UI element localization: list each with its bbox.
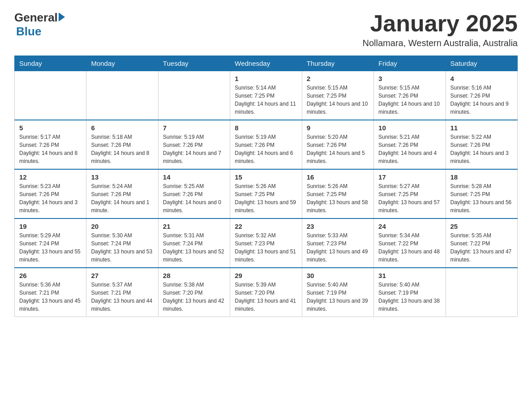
week-row-3: 12Sunrise: 5:23 AMSunset: 7:26 PMDayligh…: [15, 169, 518, 218]
calendar-cell: 31Sunrise: 5:40 AMSunset: 7:19 PMDayligh…: [374, 268, 446, 317]
calendar-subtitle: Nollamara, Western Australia, Australia: [363, 38, 518, 48]
day-number: 9: [307, 124, 369, 132]
calendar-cell: 27Sunrise: 5:37 AMSunset: 7:21 PMDayligh…: [86, 268, 158, 317]
week-row-5: 26Sunrise: 5:36 AMSunset: 7:21 PMDayligh…: [15, 268, 518, 317]
day-number: 17: [378, 173, 441, 181]
day-info: Sunrise: 5:16 AMSunset: 7:26 PMDaylight:…: [450, 84, 513, 116]
day-number: 21: [163, 223, 225, 230]
day-number: 13: [91, 173, 153, 181]
col-header-friday: Friday: [374, 56, 446, 71]
calendar-cell: [86, 71, 158, 120]
day-info: Sunrise: 5:15 AMSunset: 7:26 PMDaylight:…: [378, 84, 441, 116]
calendar-cell: [158, 71, 230, 120]
calendar-cell: 11Sunrise: 5:22 AMSunset: 7:26 PMDayligh…: [446, 120, 517, 169]
day-info: Sunrise: 5:28 AMSunset: 7:25 PMDaylight:…: [450, 182, 513, 214]
col-header-thursday: Thursday: [302, 56, 373, 71]
day-number: 7: [163, 124, 225, 132]
calendar-cell: 22Sunrise: 5:32 AMSunset: 7:23 PMDayligh…: [230, 218, 302, 268]
day-info: Sunrise: 5:30 AMSunset: 7:24 PMDaylight:…: [91, 231, 153, 264]
col-header-saturday: Saturday: [446, 56, 517, 71]
calendar-cell: 15Sunrise: 5:26 AMSunset: 7:25 PMDayligh…: [230, 169, 302, 218]
calendar-cell: 29Sunrise: 5:39 AMSunset: 7:20 PMDayligh…: [230, 268, 302, 317]
calendar-cell: 23Sunrise: 5:33 AMSunset: 7:23 PMDayligh…: [302, 218, 373, 268]
day-info: Sunrise: 5:15 AMSunset: 7:25 PMDaylight:…: [307, 84, 369, 116]
day-info: Sunrise: 5:19 AMSunset: 7:26 PMDaylight:…: [163, 133, 225, 165]
day-info: Sunrise: 5:36 AMSunset: 7:21 PMDaylight:…: [19, 281, 82, 313]
calendar-cell: 19Sunrise: 5:29 AMSunset: 7:24 PMDayligh…: [15, 218, 86, 268]
day-number: 23: [307, 223, 369, 230]
day-info: Sunrise: 5:40 AMSunset: 7:19 PMDaylight:…: [378, 281, 441, 313]
day-number: 3: [378, 75, 441, 82]
day-number: 8: [235, 124, 297, 132]
calendar-cell: 17Sunrise: 5:27 AMSunset: 7:25 PMDayligh…: [374, 169, 446, 218]
day-number: 11: [450, 124, 513, 132]
calendar-cell: 8Sunrise: 5:19 AMSunset: 7:26 PMDaylight…: [230, 120, 302, 169]
calendar-cell: [15, 71, 86, 120]
day-info: Sunrise: 5:24 AMSunset: 7:26 PMDaylight:…: [91, 182, 153, 214]
page-header: General Blue January 2025 Nollamara, Wes…: [14, 11, 518, 48]
day-number: 19: [19, 223, 82, 230]
calendar-cell: 10Sunrise: 5:21 AMSunset: 7:26 PMDayligh…: [374, 120, 446, 169]
day-number: 6: [91, 124, 153, 132]
logo-blue: Blue: [16, 25, 41, 39]
day-info: Sunrise: 5:32 AMSunset: 7:23 PMDaylight:…: [235, 231, 297, 264]
day-info: Sunrise: 5:20 AMSunset: 7:26 PMDaylight:…: [307, 133, 369, 165]
day-info: Sunrise: 5:29 AMSunset: 7:24 PMDaylight:…: [19, 231, 82, 264]
calendar-cell: [446, 268, 517, 317]
day-info: Sunrise: 5:31 AMSunset: 7:24 PMDaylight:…: [163, 231, 225, 264]
day-number: 24: [378, 223, 441, 230]
day-info: Sunrise: 5:21 AMSunset: 7:26 PMDaylight:…: [378, 133, 441, 165]
day-number: 28: [163, 272, 225, 279]
calendar-cell: 12Sunrise: 5:23 AMSunset: 7:26 PMDayligh…: [15, 169, 86, 218]
col-header-tuesday: Tuesday: [158, 56, 230, 71]
calendar-cell: 24Sunrise: 5:34 AMSunset: 7:22 PMDayligh…: [374, 218, 446, 268]
calendar-cell: 5Sunrise: 5:17 AMSunset: 7:26 PMDaylight…: [15, 120, 86, 169]
title-block: January 2025 Nollamara, Western Australi…: [363, 11, 518, 48]
day-info: Sunrise: 5:39 AMSunset: 7:20 PMDaylight:…: [235, 281, 297, 313]
day-number: 10: [378, 124, 441, 132]
day-info: Sunrise: 5:38 AMSunset: 7:20 PMDaylight:…: [163, 281, 225, 313]
day-number: 1: [235, 75, 297, 82]
day-number: 29: [235, 272, 297, 279]
col-header-sunday: Sunday: [15, 56, 86, 71]
day-number: 18: [450, 173, 513, 181]
day-info: Sunrise: 5:34 AMSunset: 7:22 PMDaylight:…: [378, 231, 441, 264]
day-info: Sunrise: 5:35 AMSunset: 7:22 PMDaylight:…: [450, 231, 513, 264]
day-number: 15: [235, 173, 297, 181]
calendar-cell: 21Sunrise: 5:31 AMSunset: 7:24 PMDayligh…: [158, 218, 230, 268]
calendar-cell: 6Sunrise: 5:18 AMSunset: 7:26 PMDaylight…: [86, 120, 158, 169]
day-info: Sunrise: 5:19 AMSunset: 7:26 PMDaylight:…: [235, 133, 297, 165]
calendar-cell: 28Sunrise: 5:38 AMSunset: 7:20 PMDayligh…: [158, 268, 230, 317]
day-info: Sunrise: 5:22 AMSunset: 7:26 PMDaylight:…: [450, 133, 513, 165]
logo-general: General: [14, 11, 58, 25]
day-number: 5: [19, 124, 82, 132]
week-row-2: 5Sunrise: 5:17 AMSunset: 7:26 PMDaylight…: [15, 120, 518, 169]
calendar-table: SundayMondayTuesdayWednesdayThursdayFrid…: [14, 56, 518, 317]
day-info: Sunrise: 5:25 AMSunset: 7:26 PMDaylight:…: [163, 182, 225, 214]
day-info: Sunrise: 5:40 AMSunset: 7:19 PMDaylight:…: [307, 281, 369, 313]
day-info: Sunrise: 5:37 AMSunset: 7:21 PMDaylight:…: [91, 281, 153, 313]
calendar-cell: 3Sunrise: 5:15 AMSunset: 7:26 PMDaylight…: [374, 71, 446, 120]
day-number: 2: [307, 75, 369, 82]
day-info: Sunrise: 5:18 AMSunset: 7:26 PMDaylight:…: [91, 133, 153, 165]
day-info: Sunrise: 5:17 AMSunset: 7:26 PMDaylight:…: [19, 133, 82, 165]
week-row-4: 19Sunrise: 5:29 AMSunset: 7:24 PMDayligh…: [15, 218, 518, 268]
day-number: 4: [450, 75, 513, 82]
calendar-cell: 13Sunrise: 5:24 AMSunset: 7:26 PMDayligh…: [86, 169, 158, 218]
day-number: 30: [307, 272, 369, 279]
day-number: 27: [91, 272, 153, 279]
day-number: 14: [163, 173, 225, 181]
day-info: Sunrise: 5:26 AMSunset: 7:25 PMDaylight:…: [307, 182, 369, 214]
calendar-cell: 25Sunrise: 5:35 AMSunset: 7:22 PMDayligh…: [446, 218, 517, 268]
day-number: 20: [91, 223, 153, 230]
calendar-cell: 14Sunrise: 5:25 AMSunset: 7:26 PMDayligh…: [158, 169, 230, 218]
day-number: 25: [450, 223, 513, 230]
calendar-title: January 2025: [363, 11, 518, 36]
calendar-cell: 2Sunrise: 5:15 AMSunset: 7:25 PMDaylight…: [302, 71, 373, 120]
day-number: 26: [19, 272, 82, 279]
logo-triangle-icon: [59, 13, 65, 21]
day-number: 22: [235, 223, 297, 230]
calendar-cell: 1Sunrise: 5:14 AMSunset: 7:25 PMDaylight…: [230, 71, 302, 120]
calendar-cell: 18Sunrise: 5:28 AMSunset: 7:25 PMDayligh…: [446, 169, 517, 218]
day-number: 12: [19, 173, 82, 181]
